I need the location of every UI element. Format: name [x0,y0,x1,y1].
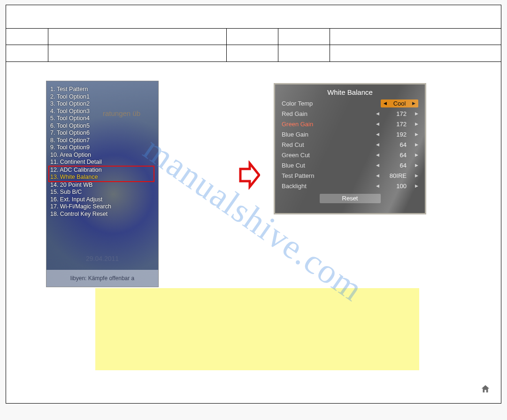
wb-setting-row[interactable]: Red Cut◀64▶ [275,139,425,150]
service-menu-item[interactable]: 11. Continent Detail [50,159,154,166]
wb-setting-label: Blue Gain [282,131,376,138]
service-menu-item[interactable]: 10. Area Option [50,152,154,159]
wb-setting-label: Green Gain [282,121,376,128]
wb-setting-row[interactable]: Blue Cut◀64▶ [275,160,425,170]
wb-reset-button[interactable]: Reset [320,194,381,203]
wb-setting-row[interactable]: Green Gain◀172▶ [275,119,425,129]
service-menu-item[interactable]: 4. Tool Option3 [50,108,154,115]
wb-setting-label: Red Cut [282,141,376,148]
left-tv-screenshot: ratungen üb 1. Test Pattern2. Tool Optio… [46,81,159,287]
service-menu-item[interactable]: 16. Ext. Input Adjust [50,196,154,204]
wb-setting-row[interactable]: Blue Gain◀192▶ [275,129,425,139]
white-balance-screenshot: White Balance Color Temp◀Cool▶Red Gain◀1… [274,83,426,214]
service-menu-item[interactable]: 1. Test Pattern [50,86,154,93]
wb-setting-control[interactable]: ◀80IRE▶ [376,172,418,179]
wb-setting-control[interactable]: ◀64▶ [376,152,418,159]
wb-setting-label: Backlight [282,183,376,190]
wb-setting-control[interactable]: ◀192▶ [376,131,418,138]
service-menu-item[interactable]: 17. Wi-Fi/Magic Search [50,203,154,211]
service-menu-item[interactable]: 13. White Balance [50,174,153,181]
wb-setting-label: Green Cut [282,152,376,159]
yellow-highlight-box [95,288,419,370]
document-page: manualshive.com ratungen üb 1. Test Patt… [6,5,501,404]
wb-setting-control[interactable]: ◀172▶ [376,121,418,128]
wb-setting-row[interactable]: Backlight◀100▶ [275,181,425,191]
service-menu-list: 1. Test Pattern2. Tool Option13. Tool Op… [50,86,154,218]
wb-setting-control[interactable]: ◀172▶ [376,110,418,117]
service-menu-item[interactable]: 14. 20 Point WB [50,182,154,189]
service-menu-item[interactable]: 12. ADC Calibration [50,167,153,174]
wb-setting-label: Blue Cut [282,162,376,169]
wb-setting-label: Color Temp [282,100,381,107]
service-menu-item[interactable]: 15. Sub B/C [50,189,154,196]
wb-setting-control[interactable]: ◀64▶ [376,162,418,169]
overlay-date: 29.04.2011 [86,255,119,262]
news-ticker: libyen: Kämpfe offenbar a [46,270,158,287]
red-arrow-icon [238,160,260,190]
service-menu-item[interactable]: 2. Tool Option1 [50,93,154,101]
wb-setting-row[interactable]: Green Cut◀64▶ [275,150,425,160]
wb-setting-row[interactable]: Red Gain◀172▶ [275,108,425,119]
wb-setting-row[interactable]: Test Pattern◀80IRE▶ [275,170,425,181]
service-menu-item[interactable]: 3. Tool Option2 [50,100,154,108]
home-icon[interactable] [480,384,491,394]
service-menu-item[interactable]: 9. Tool Option9 [50,144,154,152]
header-table [6,5,501,62]
wb-setting-label: Test Pattern [282,172,376,179]
service-menu-item[interactable]: 5. Tool Option4 [50,115,154,122]
service-menu-item[interactable]: 6. Tool Option5 [50,122,154,130]
service-menu-item[interactable]: 8. Tool Option7 [50,137,154,145]
wb-setting-control[interactable]: ◀Cool▶ [381,99,418,107]
red-selection-box: 12. ADC Calibration13. White Balance [48,166,154,182]
content-area: manualshive.com ratungen üb 1. Test Patt… [6,62,501,404]
wb-setting-control[interactable]: ◀100▶ [376,183,418,190]
wb-setting-label: Red Gain [282,110,376,117]
wb-setting-control[interactable]: ◀64▶ [376,141,418,148]
wb-title: White Balance [275,84,425,98]
service-menu-item[interactable]: 18. Control Key Reset [50,211,154,218]
wb-setting-row[interactable]: Color Temp◀Cool▶ [275,98,425,108]
service-menu-item[interactable]: 7. Tool Option6 [50,130,154,137]
